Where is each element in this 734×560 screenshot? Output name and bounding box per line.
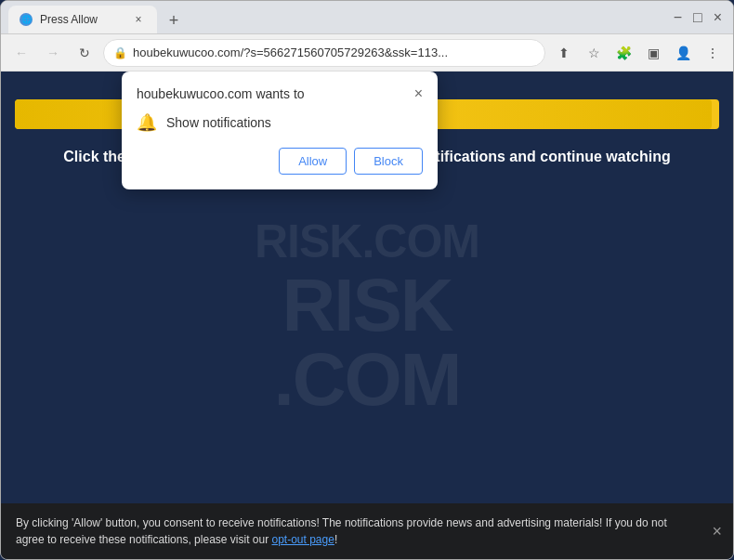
- close-window-button[interactable]: ×: [710, 6, 726, 30]
- extensions-icon[interactable]: 🧩: [610, 40, 636, 66]
- address-bar: ← → ↻ 🔒 houbekuwucoo.com/?s=566271560705…: [1, 34, 733, 72]
- window-controls: − □ ×: [670, 6, 726, 30]
- content-area: RISK.COM RISK .COM 99% Click the «Allow»…: [1, 72, 733, 559]
- active-tab[interactable]: 🌐 Press Allow ×: [8, 6, 157, 33]
- tab-bar: 🌐 Press Allow × +: [8, 1, 662, 33]
- tab-close-button[interactable]: ×: [131, 12, 146, 27]
- toolbar-icons: ⬆ ☆ 🧩 ▣ 👤 ⋮: [551, 40, 726, 66]
- consent-text-after: !: [334, 533, 337, 546]
- share-icon[interactable]: ⬆: [551, 40, 577, 66]
- bookmark-icon[interactable]: ☆: [581, 40, 607, 66]
- maximize-button[interactable]: □: [689, 6, 706, 30]
- menu-icon[interactable]: ⋮: [700, 40, 726, 66]
- allow-button[interactable]: Allow: [279, 148, 347, 175]
- consent-close-button[interactable]: ×: [712, 519, 722, 544]
- popup-header: houbekuwucoo.com wants to ×: [137, 86, 423, 101]
- new-tab-button[interactable]: +: [161, 7, 187, 33]
- popup-title: houbekuwucoo.com wants to: [137, 86, 305, 101]
- consent-bar: By clicking 'Allow' button, you consent …: [1, 503, 733, 559]
- block-button[interactable]: Block: [354, 148, 423, 175]
- lock-icon: 🔒: [113, 46, 127, 59]
- opt-out-link[interactable]: opt-out page: [271, 533, 334, 546]
- popup-notification-row: 🔔 Show notifications: [137, 112, 423, 133]
- profile-icon[interactable]: 👤: [670, 40, 696, 66]
- tab-favicon: 🌐: [20, 13, 33, 26]
- notification-popup: houbekuwucoo.com wants to × 🔔 Show notif…: [122, 72, 438, 189]
- tab-title: Press Allow: [40, 13, 124, 26]
- url-text: houbekuwucoo.com/?s=566271560705729263&s…: [133, 46, 535, 59]
- sidebar-icon[interactable]: ▣: [640, 40, 666, 66]
- back-button[interactable]: ←: [8, 40, 34, 66]
- popup-buttons: Allow Block: [137, 148, 423, 175]
- forward-button[interactable]: →: [40, 40, 66, 66]
- browser-window: 🌐 Press Allow × + − □ × ← → ↻ 🔒 houbekuw…: [0, 0, 734, 560]
- minimize-button[interactable]: −: [670, 6, 686, 30]
- popup-close-button[interactable]: ×: [414, 86, 423, 101]
- url-bar[interactable]: 🔒 houbekuwucoo.com/?s=566271560705729263…: [103, 39, 545, 67]
- bell-icon: 🔔: [137, 112, 157, 133]
- refresh-button[interactable]: ↻: [72, 40, 98, 66]
- notification-label: Show notifications: [166, 115, 271, 130]
- consent-text-before: By clicking 'Allow' button, you consent …: [16, 516, 667, 546]
- title-bar: 🌐 Press Allow × + − □ ×: [1, 1, 733, 34]
